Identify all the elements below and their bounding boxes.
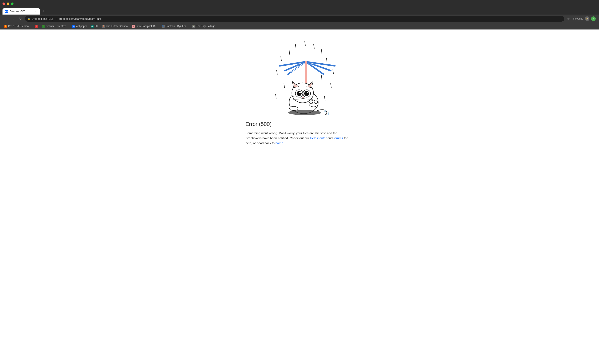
- profile-icon[interactable]: ●: [591, 17, 596, 21]
- and-text: and: [326, 136, 333, 140]
- bookmark-item-7[interactable]: H Levy Backpack Di...: [130, 24, 159, 28]
- bookmark-label-8: Portfolio - Ryn Fra...: [166, 25, 188, 28]
- error-title: Error (500): [246, 121, 353, 127]
- bookmark-favicon-9: 🏡: [192, 25, 195, 28]
- address-bar[interactable]: 🔒 Dropbox, Inc [US] | dropbox.com/team/s…: [25, 16, 564, 22]
- svg-line-8: [284, 84, 284, 88]
- bookmark-favicon-6: 🏠: [102, 25, 105, 28]
- svg-line-2: [314, 44, 314, 49]
- bookmark-item-4[interactable]: db wallpaper: [70, 24, 88, 28]
- refresh-button[interactable]: ↻: [18, 16, 23, 22]
- svg-line-12: [325, 96, 325, 101]
- forums-link[interactable]: forums: [334, 136, 343, 140]
- bookmark-item-1[interactable]: 🔔 Get a FREE e-boo...: [2, 24, 32, 28]
- back-button[interactable]: ←: [2, 16, 8, 22]
- address-bar-row: ← → ↻ 🔒 Dropbox, Inc [US] | dropbox.com/…: [0, 15, 599, 23]
- svg-line-7: [277, 70, 277, 75]
- help-center-link[interactable]: Help Center: [310, 136, 326, 140]
- bookmark-item-2[interactable]: E: [33, 24, 40, 28]
- bookmark-label-1: Get a FREE e-boo...: [8, 25, 31, 28]
- incognito-area: Incognito 🕵 ●: [572, 16, 597, 22]
- svg-line-0: [295, 44, 296, 48]
- forward-button[interactable]: →: [10, 16, 16, 22]
- error-illustration: [260, 38, 339, 117]
- svg-line-1: [305, 41, 305, 46]
- svg-point-48: [290, 106, 298, 110]
- lock-icon: 🔒: [27, 17, 30, 20]
- title-bar: [0, 0, 599, 8]
- bookmark-label-7: Levy Backpack Di...: [136, 25, 158, 28]
- desc-end: .: [283, 141, 284, 145]
- bookmark-item-5[interactable]: JK JK: [89, 24, 99, 28]
- tab-title: Dropbox - 500: [9, 10, 32, 13]
- svg-line-10: [331, 84, 331, 88]
- svg-point-36: [307, 92, 308, 93]
- new-tab-button[interactable]: +: [40, 8, 46, 14]
- bookmark-favicon-4: db: [72, 25, 75, 28]
- bookmark-favicon-7: H: [132, 25, 135, 28]
- bookmark-favicon-8: 🐾: [162, 25, 165, 28]
- close-window-button[interactable]: [2, 2, 5, 5]
- active-tab[interactable]: db Dropbox - 500 ✕: [2, 8, 40, 15]
- svg-line-6: [326, 59, 327, 63]
- svg-point-47: [315, 101, 317, 104]
- bookmark-favicon-3: 🌿: [42, 25, 45, 28]
- error-description: Something went wrong. Don't worry, your …: [246, 131, 353, 146]
- bookmark-label-6: The Kutcher Condo: [106, 25, 128, 28]
- error-text-section: Error (500) Something went wrong. Don't …: [246, 121, 353, 146]
- company-name: Dropbox, Inc [US]: [32, 17, 53, 20]
- svg-line-13: [333, 69, 333, 74]
- bookmark-label-4: wallpaper: [76, 25, 87, 28]
- window-controls: [2, 2, 14, 5]
- svg-point-37: [302, 97, 304, 98]
- bookmark-label-9: The Tidy Cottage...: [196, 25, 217, 28]
- svg-point-33: [297, 91, 302, 96]
- url-text: dropbox.com/team/setup/team_info: [59, 17, 562, 20]
- bookmark-item-9[interactable]: 🏡 The Tidy Cottage...: [191, 24, 219, 28]
- tab-favicon: db: [5, 10, 8, 13]
- bookmark-favicon-1: 🔔: [4, 25, 7, 28]
- svg-point-34: [304, 91, 309, 96]
- tab-bar: db Dropbox - 500 ✕ +: [0, 8, 599, 15]
- home-link[interactable]: home: [275, 141, 283, 145]
- bookmark-favicon-2: E: [35, 25, 38, 28]
- bookmark-item-8[interactable]: 🐾 Portfolio - Ryn Fra...: [160, 24, 190, 28]
- svg-line-4: [281, 57, 282, 61]
- bookmark-label-5: JK: [95, 25, 98, 28]
- bookmark-favicon-5: JK: [91, 25, 94, 28]
- page-content: Error (500) Something went wrong. Don't …: [0, 29, 599, 364]
- bookmark-star-button[interactable]: ☆: [566, 16, 571, 22]
- browser-window: db Dropbox - 500 ✕ + ← → ↻ 🔒 Dropbox, In…: [0, 0, 599, 364]
- bookmark-item-3[interactable]: 🌿 Search ~ Creative...: [40, 24, 70, 28]
- svg-line-5: [321, 49, 322, 54]
- error-svg: [260, 38, 339, 117]
- svg-line-9: [321, 75, 322, 80]
- incognito-icon: 🕵: [585, 17, 590, 21]
- bookmark-item-6[interactable]: 🏠 The Kutcher Condo: [100, 24, 129, 28]
- bookmark-label-3: Search ~ Creative...: [46, 25, 68, 28]
- maximize-window-button[interactable]: [11, 2, 14, 5]
- svg-line-11: [276, 94, 276, 99]
- minimize-window-button[interactable]: [7, 2, 9, 5]
- separator: |: [56, 17, 57, 20]
- tab-close-button[interactable]: ✕: [34, 10, 37, 13]
- bookmarks-bar: 🔔 Get a FREE e-boo... E 🌿 Search ~ Creat…: [0, 23, 599, 29]
- svg-point-25: [288, 110, 321, 115]
- svg-line-3: [289, 50, 290, 54]
- svg-point-35: [299, 92, 301, 93]
- incognito-label: Incognito: [573, 17, 583, 20]
